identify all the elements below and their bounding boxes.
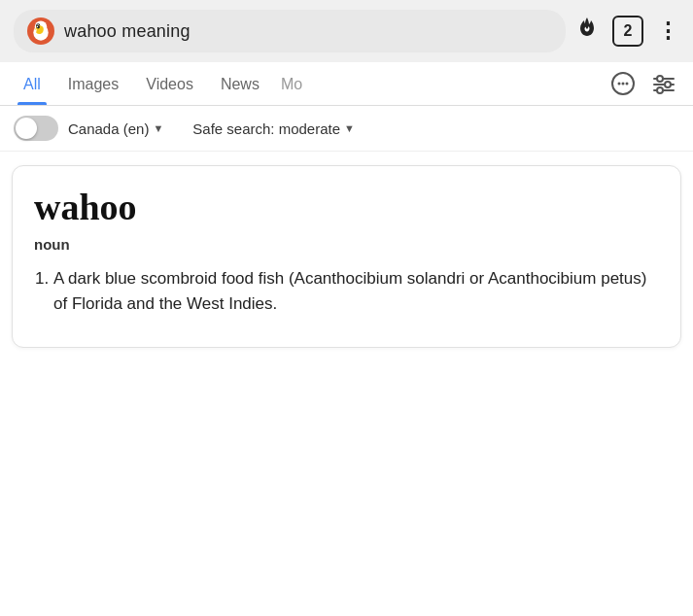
tab-more-truncated: Mo xyxy=(273,62,310,105)
header-icons: 2 ⋮ xyxy=(575,16,679,47)
svg-point-9 xyxy=(618,83,621,86)
svg-point-16 xyxy=(665,82,671,87)
safe-search-bar: Canada (en) ▼ Safe search: moderate ▼ xyxy=(0,106,693,152)
fire-icon[interactable] xyxy=(575,16,599,47)
tab-images[interactable]: Images xyxy=(54,62,132,105)
tab-all[interactable]: All xyxy=(10,62,54,105)
region-selector[interactable]: Canada (en) ▼ xyxy=(68,120,163,137)
nav-right-icons xyxy=(607,68,683,99)
more-menu-icon[interactable]: ⋮ xyxy=(657,18,679,44)
svg-point-11 xyxy=(626,83,629,86)
dictionary-pos: noun xyxy=(34,236,659,253)
dictionary-card: wahoo noun A dark blue scombroid food fi… xyxy=(12,165,681,348)
duckduckgo-logo xyxy=(27,17,54,45)
safe-search-chevron-icon: ▼ xyxy=(344,122,355,134)
nav-tabs: All Images Videos News Mo xyxy=(0,62,693,106)
search-bar[interactable]: wahoo meaning xyxy=(14,10,566,52)
tab-news[interactable]: News xyxy=(207,62,273,105)
safe-search-selector[interactable]: Safe search: moderate ▼ xyxy=(192,120,355,137)
definition-item-1: A dark blue scombroid food fish (Acantho… xyxy=(53,266,659,318)
svg-point-17 xyxy=(657,87,663,93)
definition-list: A dark blue scombroid food fish (Acantho… xyxy=(34,266,659,318)
svg-point-10 xyxy=(622,83,625,86)
dictionary-word: wahoo xyxy=(34,186,659,228)
region-toggle[interactable] xyxy=(14,116,58,141)
svg-point-7 xyxy=(37,26,38,27)
tab-count-badge[interactable]: 2 xyxy=(612,16,643,47)
search-query: wahoo meaning xyxy=(64,21,191,42)
tab-videos[interactable]: Videos xyxy=(132,62,207,105)
filter-icon[interactable] xyxy=(648,68,679,99)
region-chevron-icon: ▼ xyxy=(153,122,163,134)
chat-icon[interactable] xyxy=(607,68,639,99)
header: wahoo meaning 2 ⋮ xyxy=(0,0,693,62)
toggle-knob xyxy=(16,118,37,139)
tab-count: 2 xyxy=(624,22,633,40)
svg-point-15 xyxy=(657,76,663,82)
